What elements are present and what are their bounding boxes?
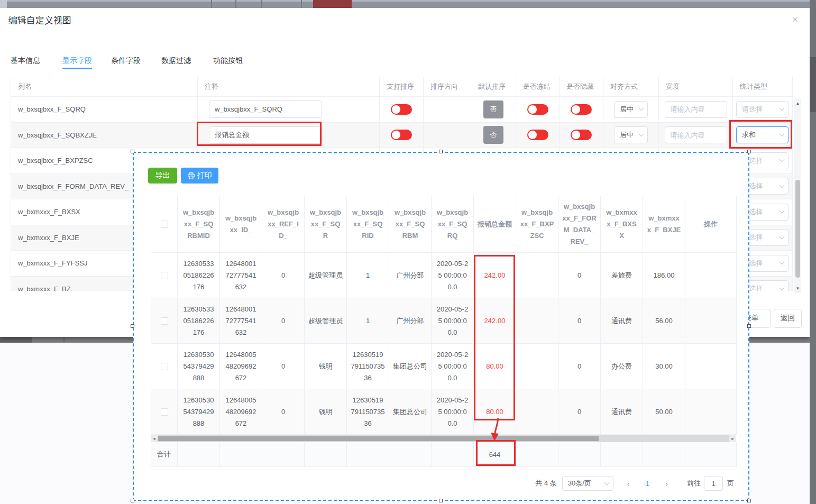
horizontal-scrollbar[interactable]: ◄ ► (151, 435, 736, 442)
width-input[interactable] (665, 101, 727, 118)
table-cell: 1263051979115073536 (347, 389, 389, 435)
col-header: 对齐方式 (603, 77, 659, 97)
topbar-segment (0, 0, 7, 8)
table-cell (516, 344, 558, 389)
vertical-scrollbar[interactable]: ▲ ▼ (794, 98, 801, 293)
field-name: w_bxsqjbxx_F_SQRQ (11, 97, 198, 123)
summary-cell (220, 442, 262, 467)
operation-cell (685, 344, 737, 389)
back-button[interactable]: 返回 (774, 309, 802, 328)
row-checkbox[interactable] (161, 272, 168, 279)
table-cell (516, 389, 558, 435)
width-input[interactable] (665, 126, 727, 143)
col-header: 统计类型 (733, 77, 792, 97)
table-cell: 0 (558, 253, 601, 298)
chevron-down-icon (780, 106, 785, 111)
next-page-icon[interactable]: › (665, 479, 668, 488)
tab-display-fields[interactable]: 显示字段 (62, 52, 92, 69)
row-checkbox[interactable] (161, 408, 168, 416)
table-cell: 0 (558, 389, 601, 435)
table-row: 1263053305186226176 1264800172777541632 … (151, 253, 736, 298)
resize-handle[interactable] (131, 324, 134, 328)
col-header: w_bxmxxx_F_BXSX (601, 196, 643, 253)
stat-type-select[interactable]: 请选择 (736, 101, 789, 118)
sortable-toggle[interactable] (391, 130, 412, 140)
row-checkbox[interactable] (161, 317, 168, 325)
default-sort-no-button[interactable]: 否 (483, 126, 503, 144)
tab-data-filter[interactable]: 数据过滤 (161, 52, 191, 69)
col-header: w_bxsqjbxx_F_SQRQ (432, 196, 474, 253)
resize-handle[interactable] (131, 150, 134, 153)
table-cell: 通讯费 (601, 298, 643, 344)
background-browser-bar (0, 0, 816, 8)
comment-input[interactable] (209, 100, 322, 118)
scroll-down-icon[interactable]: ▼ (794, 285, 801, 292)
page-size-value: 30条/页 (568, 479, 591, 488)
annotation-box-sum-select (729, 120, 792, 149)
row-checkbox[interactable] (161, 363, 168, 370)
hide-cell (560, 123, 603, 149)
table-cell: 0 (262, 298, 305, 344)
total-count-label: 共 4 条 (535, 479, 556, 488)
select-all-checkbox[interactable] (161, 221, 168, 228)
goto-page-input[interactable] (704, 476, 723, 491)
table-cell: 办公费 (601, 344, 643, 389)
table-cell: 2020-05-25 00:00:00.0 (432, 389, 474, 435)
scroll-left-icon[interactable]: ◄ (151, 435, 158, 442)
col-header: 默认排序 (471, 77, 516, 97)
page-size-select[interactable]: 30条/页 (562, 476, 613, 491)
field-name: w_bxsqjbxx_F_SQBXZJE (11, 123, 198, 149)
resize-handle[interactable] (747, 324, 751, 328)
close-icon[interactable]: × (792, 14, 798, 25)
checkbox-cell (151, 344, 178, 389)
hide-toggle[interactable] (571, 104, 592, 115)
scroll-up-icon[interactable]: ▲ (794, 99, 801, 107)
align-select[interactable]: 居中 (614, 126, 648, 143)
active-tab-underline (62, 68, 92, 69)
col-header: w_bxsqjbxx_F_SQRBMID (178, 196, 220, 253)
freeze-toggle[interactable] (527, 104, 548, 115)
current-page[interactable]: 1 (646, 480, 649, 488)
col-header: w_bxsqjbxx_REF_ID_ (262, 196, 305, 253)
resize-handle[interactable] (131, 499, 134, 502)
export-button[interactable]: 导出 (148, 168, 177, 184)
col-header: 宽度 (659, 77, 733, 97)
sortable-toggle[interactable] (391, 104, 412, 115)
summary-cell (601, 442, 643, 467)
config-row: w_bxsqjbxx_F_SQBXZJE 否 居中 求和 (11, 123, 792, 149)
align-select[interactable]: 居中 (614, 101, 648, 118)
chevron-down-icon (604, 480, 609, 485)
tab-function-buttons[interactable]: 功能按钮 (213, 52, 243, 69)
print-button[interactable]: 打印 (181, 168, 218, 184)
config-header-row: 列名 注释 支持排序 排序方向 默认排序 是否冻结 是否隐藏 对齐方式 宽度 统… (11, 77, 792, 97)
chevron-down-icon (780, 234, 785, 239)
scroll-right-icon[interactable]: ► (729, 435, 736, 442)
table-cell: 超级管理员 (305, 253, 347, 298)
resize-handle[interactable] (747, 150, 751, 153)
resize-handle[interactable] (439, 499, 443, 502)
scrollbar-thumb[interactable] (158, 436, 599, 441)
default-sort-no-button[interactable]: 否 (483, 100, 503, 118)
resize-handle[interactable] (747, 499, 751, 502)
sort-direction-cell (424, 97, 471, 123)
tab-condition-fields[interactable]: 条件字段 (111, 52, 141, 69)
resize-handle[interactable] (439, 150, 443, 153)
col-header: w_bxsqjbxx_F_SQRBM (389, 196, 432, 253)
summary-cell (178, 442, 220, 467)
stat-value: 请选择 (742, 105, 763, 114)
table-cell: 1264800172777541632 (220, 253, 262, 298)
sortable-cell (380, 97, 424, 123)
scrollbar-thumb[interactable] (795, 180, 800, 278)
col-header: 报销总金额 (474, 196, 516, 253)
prev-page-icon[interactable]: ‹ (627, 479, 630, 488)
summary-row: 合计 644 (151, 442, 736, 467)
freeze-toggle[interactable] (527, 130, 548, 140)
table-cell: 1 (347, 298, 389, 344)
operation-cell (685, 298, 737, 344)
screen: 编辑自定义视图 × 基本信息 显示字段 条件字段 数据过滤 功能按钮 列名 注释… (0, 0, 816, 504)
tab-divider (0, 69, 810, 69)
hide-toggle[interactable] (571, 130, 592, 140)
freeze-cell (516, 123, 560, 149)
tab-basic-info[interactable]: 基本信息 (11, 52, 40, 69)
table-cell: 1263053054379429888 (178, 389, 220, 435)
